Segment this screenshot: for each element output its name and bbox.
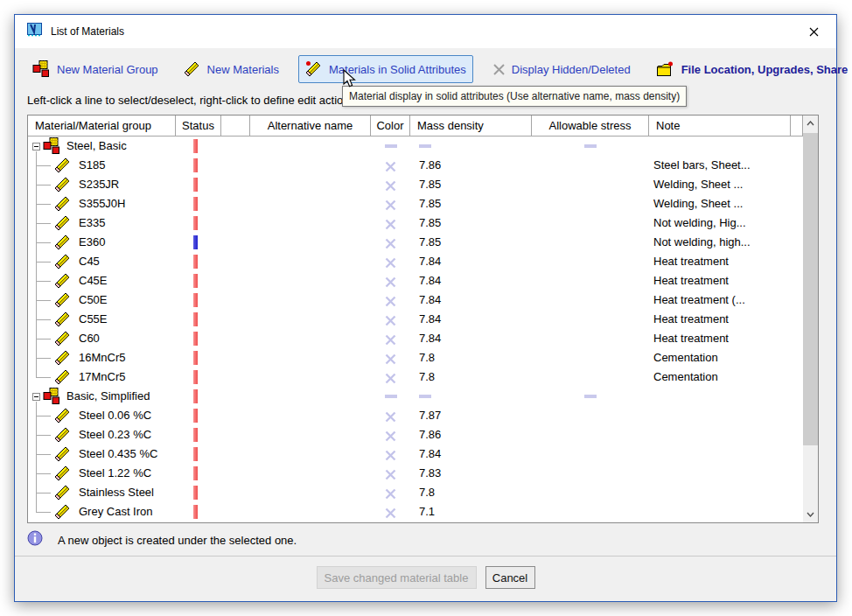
no-color-x-icon bbox=[385, 488, 396, 500]
column-header[interactable]: Alternative name bbox=[250, 116, 371, 136]
material-attributes-icon bbox=[305, 60, 323, 78]
table-rows: Steel, BasicS1857.86Steel bars, Sheet...… bbox=[28, 136, 803, 522]
scroll-down-icon[interactable] bbox=[803, 507, 818, 522]
file-location-upgrades-share-button[interactable]: File Location, Upgrades, Share bbox=[650, 57, 852, 82]
table-row[interactable]: 17MnCr57.8Cementation bbox=[28, 368, 803, 387]
toolbar: New Material Group New Materials Materia… bbox=[15, 48, 836, 88]
material-group-icon bbox=[43, 388, 61, 405]
material-label: 17MnCr5 bbox=[79, 368, 125, 387]
toolbar-item-label: New Materials bbox=[207, 63, 279, 76]
material-icon bbox=[54, 445, 72, 464]
table-row[interactable]: Steel 0.23 %C7.86 bbox=[28, 425, 803, 444]
material-icon bbox=[54, 291, 72, 309]
mass-density-value: 7.8 bbox=[419, 486, 435, 499]
table-row[interactable]: Steel, Basic bbox=[28, 136, 803, 156]
material-icon bbox=[54, 465, 72, 483]
material-label: C45 bbox=[79, 252, 100, 271]
material-icon bbox=[54, 426, 72, 444]
tree-line bbox=[36, 242, 51, 243]
mass-density-value: 7.84 bbox=[419, 312, 441, 326]
table-row[interactable]: C45E7.84Heat treatment bbox=[28, 271, 803, 290]
mass-density-value: 7.84 bbox=[419, 293, 441, 306]
no-color-x-icon bbox=[385, 219, 396, 230]
group-dash bbox=[419, 144, 431, 148]
scroll-up-icon[interactable] bbox=[803, 116, 818, 131]
note-text: Welding, Sheet ... bbox=[653, 178, 743, 191]
material-icon bbox=[184, 60, 201, 78]
tree-line bbox=[36, 502, 37, 512]
material-icon bbox=[54, 368, 72, 387]
status-bar bbox=[193, 216, 198, 230]
status-bar bbox=[193, 409, 198, 423]
table-row[interactable]: Stainless Steel7.8 bbox=[28, 483, 803, 502]
material-label: Steel 0.435 %C bbox=[79, 444, 157, 464]
no-color-x-icon bbox=[385, 238, 396, 249]
table-row[interactable]: E3607.85Not welding, high... bbox=[28, 233, 803, 252]
note-text: Heat treatment bbox=[653, 332, 729, 345]
instruction-text: Left-click a line to select/deselect, ri… bbox=[27, 94, 353, 107]
note-text: Cementation bbox=[653, 351, 718, 364]
table-row[interactable]: Steel 0.06 %C7.87 bbox=[28, 406, 803, 425]
table-row[interactable]: S1857.86Steel bars, Sheet... bbox=[28, 156, 803, 175]
material-group-icon bbox=[43, 137, 61, 156]
column-header[interactable] bbox=[791, 116, 803, 136]
table-row[interactable]: Steel 0.435 %C7.84 bbox=[28, 444, 803, 464]
table-row[interactable]: C457.84Heat treatment bbox=[28, 252, 803, 271]
mass-density-value: 7.1 bbox=[419, 505, 435, 518]
material-icon bbox=[54, 330, 72, 348]
column-header[interactable]: Material/Material group bbox=[28, 116, 176, 136]
column-header[interactable] bbox=[221, 116, 250, 136]
table-row[interactable]: 16MnCr57.8Cementation bbox=[28, 348, 803, 368]
table-row[interactable]: S235JR7.85Welding, Sheet ... bbox=[28, 175, 803, 194]
column-header[interactable]: Note bbox=[649, 116, 791, 136]
no-color-x-icon bbox=[385, 469, 396, 480]
table-row[interactable]: Grey Cast Iron7.1 bbox=[28, 502, 803, 522]
group-dash bbox=[385, 395, 397, 398]
material-icon bbox=[54, 426, 72, 444]
group-dash bbox=[419, 395, 431, 398]
material-label: C55E bbox=[79, 310, 108, 329]
close-button[interactable] bbox=[801, 19, 826, 44]
material-label: S355J0H bbox=[79, 194, 125, 214]
status-bar bbox=[193, 332, 198, 346]
material-icon bbox=[54, 234, 72, 252]
mass-density-value: 7.85 bbox=[419, 235, 441, 248]
status-bar bbox=[193, 255, 198, 269]
column-header[interactable]: Mass density bbox=[410, 116, 532, 136]
tree-expander-icon[interactable] bbox=[32, 143, 40, 150]
table-row[interactable]: C50E7.84Heat treatment (... bbox=[28, 290, 803, 310]
status-bar bbox=[193, 235, 198, 249]
no-color-x-icon bbox=[385, 450, 396, 461]
table-row[interactable]: C55E7.84Heat treatment bbox=[28, 310, 803, 329]
material-group-icon bbox=[43, 388, 61, 406]
mass-density-value: 7.84 bbox=[419, 274, 441, 287]
table-row[interactable]: S355J0H7.85Welding, Sheet ... bbox=[28, 194, 803, 214]
no-color-x-icon bbox=[385, 200, 396, 211]
vertical-scrollbar[interactable] bbox=[803, 116, 818, 522]
table-row[interactable]: Steel 1.22 %C7.83 bbox=[28, 464, 803, 483]
tree-line bbox=[36, 454, 51, 455]
title-bar: List of Materials bbox=[15, 15, 836, 48]
scrollbar-thumb[interactable] bbox=[803, 133, 818, 445]
column-header[interactable]: Allowable stress bbox=[532, 116, 649, 136]
table-row[interactable]: C607.84Heat treatment bbox=[28, 329, 803, 348]
tree-expander-icon[interactable] bbox=[32, 393, 40, 401]
display-hidden-deleted-button[interactable]: Display Hidden/Deleted bbox=[486, 59, 637, 80]
cancel-button[interactable]: Cancel bbox=[485, 566, 535, 589]
material-group-icon bbox=[43, 137, 61, 155]
mass-density-value: 7.83 bbox=[419, 466, 441, 480]
table-row[interactable]: Basic, Simplified bbox=[28, 387, 803, 406]
material-label: Steel 0.23 %C bbox=[79, 425, 151, 444]
material-icon bbox=[54, 253, 72, 271]
no-color-x-icon bbox=[385, 508, 396, 519]
material-icon bbox=[54, 157, 72, 175]
status-bar bbox=[193, 486, 198, 500]
table-row[interactable]: E3357.85Not welding, Hig... bbox=[28, 214, 803, 233]
material-icon bbox=[54, 445, 72, 463]
new-materials-button[interactable]: New Materials bbox=[178, 56, 285, 82]
materials-in-solid-attributes-button[interactable]: Materials in Solid Attributes bbox=[298, 55, 473, 83]
status-bar bbox=[193, 351, 198, 365]
new-material-group-button[interactable]: New Material Group bbox=[26, 56, 164, 82]
column-header[interactable]: Color bbox=[371, 116, 410, 136]
column-header[interactable]: Status bbox=[176, 116, 221, 136]
